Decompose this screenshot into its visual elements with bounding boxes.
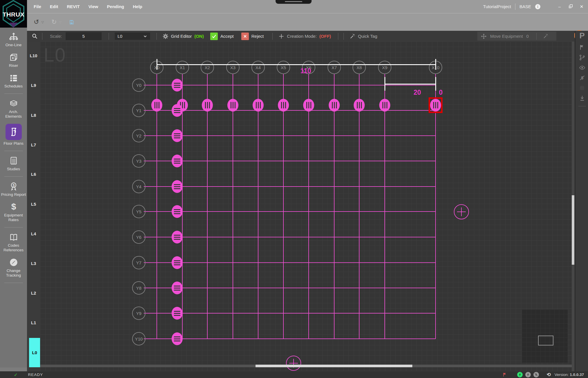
equipment-marker-x9-y1[interactable] bbox=[379, 99, 390, 112]
reject-button[interactable]: Reject bbox=[241, 33, 264, 40]
menu-file[interactable]: File bbox=[34, 4, 41, 9]
level-label-l10[interactable]: L10 bbox=[27, 53, 40, 58]
equipment-marker-x2-y1[interactable] bbox=[202, 99, 213, 112]
power-status-on-icon[interactable] bbox=[517, 372, 523, 377]
dollar-slash-icon[interactable]: $ bbox=[579, 75, 585, 81]
add-grid-line-button-bottom[interactable] bbox=[286, 356, 301, 371]
grid-bubble-x3[interactable]: X3 bbox=[226, 61, 240, 74]
accept-button[interactable]: Accept bbox=[210, 33, 234, 40]
equipment-marker-x8-y1[interactable] bbox=[354, 99, 365, 112]
level-dropdown[interactable]: L0 bbox=[115, 33, 150, 40]
flag-icon[interactable] bbox=[502, 372, 507, 377]
level-label-l6[interactable]: L6 bbox=[27, 172, 40, 177]
wand-icon[interactable] bbox=[543, 33, 549, 39]
minimap-viewport[interactable] bbox=[538, 336, 553, 345]
menu-view[interactable]: View bbox=[88, 4, 98, 9]
menu-edit[interactable]: Edit bbox=[50, 4, 58, 9]
sidebar-item-riser[interactable]: Riser bbox=[0, 52, 27, 68]
equipment-marker-y6[interactable] bbox=[172, 231, 183, 243]
creation-mode-toggle[interactable]: Creation Mode: (OFF) bbox=[278, 33, 331, 39]
grid-bubble-y5[interactable]: Y5 bbox=[132, 205, 145, 218]
grid-bubble-x2[interactable]: X2 bbox=[201, 61, 214, 74]
sync-icon[interactable]: ⟲ bbox=[546, 372, 551, 378]
grid-bubble-y0[interactable]: Y0 bbox=[132, 78, 145, 92]
eye-icon[interactable] bbox=[579, 65, 586, 71]
minimize-button[interactable]: – bbox=[556, 4, 563, 9]
grid-bubble-x1[interactable]: X1 bbox=[176, 61, 189, 74]
equipment-marker-y4[interactable] bbox=[172, 180, 183, 193]
sidebar-item-equipment-rates[interactable]: $Equipment Rates bbox=[0, 202, 27, 222]
grid-bubble-x8[interactable]: X8 bbox=[353, 61, 366, 74]
search-icon[interactable] bbox=[32, 33, 38, 39]
grid-bubble-y6[interactable]: Y6 bbox=[132, 230, 145, 244]
level-label-l9[interactable]: L9 bbox=[27, 83, 40, 88]
quick-tag-button[interactable]: Quick Tag bbox=[350, 33, 377, 39]
grid-bubble-y1[interactable]: Y1 bbox=[132, 104, 145, 117]
redo-history-caret[interactable]: ▽ bbox=[59, 20, 61, 24]
equipment-marker-y8[interactable] bbox=[172, 282, 183, 294]
undo-history-caret[interactable]: ▽ bbox=[41, 20, 44, 24]
horizontal-scrollbar[interactable] bbox=[40, 365, 574, 367]
horizontal-scrollbar-thumb[interactable] bbox=[256, 365, 412, 367]
sidebar-item-arch-elements[interactable]: Arch. Elements bbox=[0, 98, 27, 119]
restore-button[interactable] bbox=[567, 4, 574, 9]
grid-bubble-y2[interactable]: Y2 bbox=[132, 129, 145, 142]
equipment-marker-x0-y1[interactable] bbox=[151, 99, 162, 112]
equipment-marker-x4-y1[interactable] bbox=[253, 99, 264, 112]
grid-bubble-x5[interactable]: X5 bbox=[277, 61, 290, 74]
undo-button[interactable]: ↺ bbox=[34, 18, 39, 26]
grid-bubble-y3[interactable]: Y3 bbox=[132, 154, 145, 168]
close-button[interactable]: ✕ bbox=[578, 4, 585, 9]
level-label-l5[interactable]: L5 bbox=[27, 202, 40, 207]
equipment-marker-y0[interactable] bbox=[172, 79, 183, 92]
level-label-l4[interactable]: L4 bbox=[27, 231, 40, 236]
branch-icon[interactable] bbox=[579, 54, 585, 61]
vertical-scrollbar[interactable] bbox=[572, 42, 574, 371]
redo-button[interactable]: ↻ bbox=[51, 18, 57, 26]
power-status-icon[interactable] bbox=[525, 372, 531, 377]
grid-bubble-y8[interactable]: Y8 bbox=[132, 281, 145, 295]
equipment-marker-y3[interactable] bbox=[172, 155, 183, 167]
menu-pending[interactable]: Pending bbox=[107, 4, 124, 9]
grid-dots-icon[interactable] bbox=[579, 85, 585, 91]
equipment-marker-x6-y1[interactable] bbox=[303, 99, 314, 112]
sidebar-item-one-line[interactable]: One-Line bbox=[0, 32, 27, 47]
download-icon[interactable] bbox=[579, 95, 585, 101]
save-button[interactable] bbox=[69, 20, 74, 25]
equipment-marker-x3-y1[interactable] bbox=[227, 99, 238, 112]
flag-icon[interactable] bbox=[579, 44, 585, 51]
equipment-marker-y9[interactable] bbox=[172, 307, 183, 320]
level-label-l7[interactable]: L7 bbox=[27, 142, 40, 147]
scale-input[interactable] bbox=[66, 32, 102, 40]
equipment-marker-y5[interactable] bbox=[172, 205, 183, 218]
equipment-marker-y2[interactable] bbox=[172, 129, 183, 142]
vertical-scrollbar-thumb[interactable] bbox=[572, 195, 574, 265]
sidebar-item-pricing-report[interactable]: $Pricing Report bbox=[0, 181, 27, 197]
sidebar-item-codes-references[interactable]: Codes References bbox=[0, 232, 27, 252]
grid-bubble-x9[interactable]: X9 bbox=[378, 61, 391, 74]
sidebar-item-studies[interactable]: Studies bbox=[0, 156, 27, 171]
move-equipment-button[interactable]: Move Equipment 0 bbox=[477, 32, 556, 41]
equipment-marker-x5-y1[interactable] bbox=[278, 99, 289, 112]
level-label-l1[interactable]: L1 bbox=[27, 320, 40, 325]
grid-bubble-y9[interactable]: Y9 bbox=[132, 307, 145, 320]
equipment-marker-y7[interactable] bbox=[172, 256, 183, 269]
minimap[interactable] bbox=[522, 309, 568, 363]
menu-revit[interactable]: REVIT bbox=[67, 4, 80, 9]
panels-button[interactable]: P bbox=[579, 31, 585, 40]
grid-editor-toggle[interactable]: Grid Editor (ON) bbox=[163, 33, 204, 39]
grid-bubble-y4[interactable]: Y4 bbox=[132, 180, 145, 193]
add-grid-line-button-right[interactable] bbox=[454, 204, 469, 219]
sidebar-item-floor-plans[interactable]: Floor Plans bbox=[0, 124, 27, 146]
grid-bubble-x4[interactable]: X4 bbox=[251, 61, 265, 74]
equipment-marker-y1[interactable] bbox=[172, 104, 183, 117]
sidebar-item-schedules[interactable]: Schedules bbox=[0, 73, 27, 89]
grid-bubble-y10[interactable]: Y10 bbox=[132, 332, 145, 345]
grid-bubble-x7[interactable]: X7 bbox=[328, 61, 341, 74]
sidebar-item-change-tracking[interactable]: Change Tracking bbox=[0, 257, 27, 278]
info-icon[interactable]: i bbox=[535, 4, 540, 9]
level-label-l8[interactable]: L8 bbox=[27, 113, 40, 118]
menu-help[interactable]: Help bbox=[133, 4, 142, 9]
level-label-l3[interactable]: L3 bbox=[27, 261, 40, 266]
equipment-marker-y10[interactable] bbox=[172, 332, 183, 345]
